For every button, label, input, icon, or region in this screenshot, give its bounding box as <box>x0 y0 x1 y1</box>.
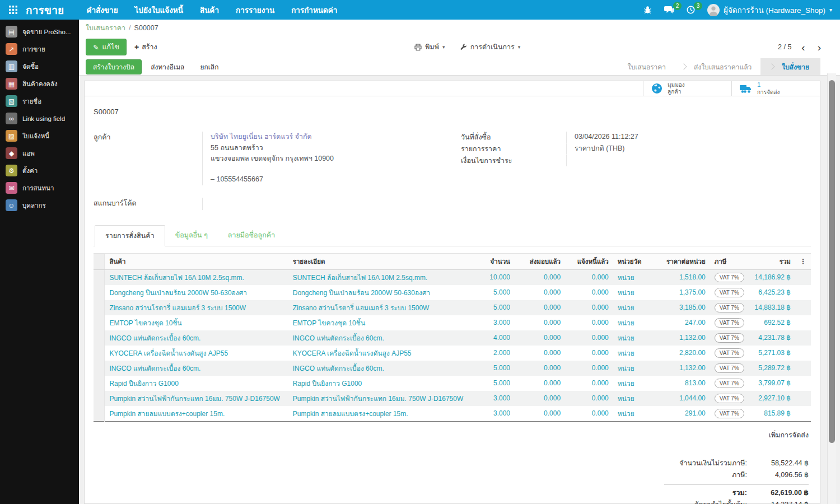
barcode-field: สแกนบาร์โค้ด <box>94 198 461 210</box>
kebab-icon: ⋮ <box>800 258 806 265</box>
customer-value: บริษัท ไทยยูเนี่ยน ฮาร์ดแวร์ จำกัด 55 ถน… <box>202 132 461 185</box>
delivery-stat-button[interactable]: 1 การจัดส่ง <box>731 81 820 96</box>
activities-clock-icon[interactable]: 3 <box>687 6 695 14</box>
unit-price-cell: 1,375.00 <box>651 285 710 300</box>
order-line-row[interactable]: Rapid ปืนยิงกาว G1000 Rapid ปืนยิงกาว G1… <box>94 376 811 391</box>
statusbar-action-button[interactable]: ส่งทางอีเมล <box>144 60 191 74</box>
sidebar-app-icon: ▥ <box>6 60 17 72</box>
sidebar-item[interactable]: ✉ การสนทนา <box>0 179 79 197</box>
apps-grid-icon[interactable] <box>0 6 26 14</box>
invoiced-cell: 0.000 <box>565 315 613 330</box>
description-cell: Pumpkin สว่านไฟฟ้ากันกระแทก 16มม. 750W J… <box>288 391 472 406</box>
tax-pill: VAT 7% <box>715 318 744 328</box>
notebook-tab[interactable]: ข้อมูลอื่น ๆ <box>165 225 218 246</box>
product-cell: Dongcheng ปืนเป่าลมร้อน 2000W 50-630องศา <box>105 285 288 300</box>
status-state[interactable]: ใบเสนอราคา <box>619 58 675 75</box>
order-line-row[interactable]: INGCO แท่นตัดกระเบื้อง 60cm. INGCO แท่นต… <box>94 361 811 376</box>
avatar <box>707 4 720 16</box>
order-line-row[interactable]: Dongcheng ปืนเป่าลมร้อน 2000W 50-630องศา… <box>94 285 811 300</box>
sidebar-item[interactable]: ▧ รายชื่อ <box>0 92 79 110</box>
notebook-tab[interactable]: ลายมือชื่อลูกค้า <box>218 225 285 246</box>
sidebar-item[interactable]: ☺ บุคลากร <box>0 197 79 214</box>
order-line-row[interactable]: EMTOP ไขควงชุด 10ชิ้น EMTOP ไขควงชุด 10ช… <box>94 315 811 330</box>
uom-cell: หน่วย <box>613 315 651 330</box>
margin-value: 14,237.14 ฿ <box>747 499 809 504</box>
order-line-row[interactable]: INGCO แท่นตัดกระเบื้อง 60cm. INGCO แท่นต… <box>94 330 811 346</box>
sidebar-app-icon: ▨ <box>6 130 17 142</box>
messages-count-badge: 2 <box>673 2 682 10</box>
menu-item[interactable]: ไปยังใบแจ้งหนี้ <box>135 4 183 16</box>
uom-cell: หน่วย <box>613 361 651 376</box>
menu-item[interactable]: คำสั่งขาย <box>86 4 118 16</box>
order-lines-header: สินค้า รายละเอียด จำนวน ส่งมอบแล้ว แจ้งห… <box>94 253 811 269</box>
app-title[interactable]: การขาย <box>26 2 64 18</box>
order-line-row[interactable]: Pumpkin สายลมแบบตรง+coupler 15m. Pumpkin… <box>94 406 811 422</box>
customer-phone: – 105554455667 <box>211 174 461 185</box>
drag-handle-cell <box>94 376 105 391</box>
customer-link[interactable]: บริษัท ไทยยูเนี่ยน ฮาร์ดแวร์ จำกัด <box>211 132 461 142</box>
main-area: ใบเสนอราคา / S00007 ✎ แก้ไข + สร้าง พิมพ… <box>79 20 840 504</box>
form-view-container: มุมมอง ลูกค้า 1 การจัดส่ง S00007 <box>79 76 840 504</box>
messages-icon[interactable]: 2 <box>664 6 674 14</box>
sidebar-item[interactable]: ⚙ ตั้งค่า <box>0 162 79 179</box>
pager-previous-button[interactable]: ‹ <box>799 42 807 53</box>
invoiced-cell: 0.000 <box>565 285 613 300</box>
qty-cell: 4.000 <box>472 330 515 346</box>
chevron-down-icon: ▾ <box>518 44 521 50</box>
actions-dropdown[interactable]: การดำเนินการ ▾ <box>460 41 521 53</box>
sidebar-item[interactable]: ↗ การขาย <box>0 40 79 58</box>
total-cell: 2,927.10 ฿ <box>749 391 795 406</box>
status-state[interactable]: ส่งใบเสนอราคาแล้ว <box>675 58 760 75</box>
tax-pill: VAT 7% <box>715 303 744 312</box>
column-header: สินค้า <box>105 253 288 269</box>
order-line-row[interactable]: Zinsano สว่านโรตารี่ แฮมเมอร์ 3 ระบบ 150… <box>94 300 811 315</box>
scrollbar-thumb[interactable] <box>829 80 835 443</box>
order-line-row[interactable]: Pumpkin สว่านไฟฟ้ากันกระแทก 16มม. 750W J… <box>94 391 811 406</box>
vertical-scrollbar[interactable] <box>827 73 836 504</box>
total-cell: 14,186.92 ฿ <box>749 269 795 285</box>
debug-bug-icon[interactable] <box>643 6 652 14</box>
invoiced-cell: 0.000 <box>565 361 613 376</box>
invoiced-cell: 0.000 <box>565 300 613 315</box>
unit-price-cell: 1,132.00 <box>651 330 710 346</box>
breadcrumb-parent-link[interactable]: ใบเสนอราคา <box>86 22 125 34</box>
sidebar-item[interactable]: ∞ Link using field <box>0 110 79 127</box>
order-line-row[interactable]: SUNTECH ล้อเก็บสายไฟ 16A 10M 2.5sq.mm. S… <box>94 269 811 285</box>
tax-pill: VAT 7% <box>715 394 744 403</box>
drag-handle-cell <box>94 406 105 422</box>
menu-item[interactable]: การรายงาน <box>236 4 274 16</box>
product-cell: KYOCERA เครื่องฉีดน้ำแรงดันสูง AJP55 <box>105 346 288 361</box>
menu-item[interactable]: สินค้า <box>200 4 219 16</box>
totals-value: 4,096.56 ฿ <box>747 469 809 481</box>
print-dropdown[interactable]: พิมพ์ ▾ <box>414 41 445 53</box>
barcode-input[interactable] <box>202 198 461 210</box>
add-shipping-button[interactable]: เพิ่มการจัดส่ง <box>769 430 809 441</box>
statusbar-action-button[interactable]: ยกเลิก <box>193 60 225 74</box>
customer-preview-stat-button[interactable]: มุมมอง ลูกค้า <box>643 81 731 96</box>
sidebar-item-label: Link using field <box>22 115 65 122</box>
sidebar-app-icon: ✉ <box>6 182 17 194</box>
optional-columns-button[interactable]: ⋮ <box>795 253 811 269</box>
sidebar-item[interactable]: ▦ สินค้าคงคลัง <box>0 75 79 92</box>
totals-label: จำนวนเงินไม่รวมภาษี: <box>679 458 747 469</box>
status-state[interactable]: ใบสั่งขาย <box>760 58 820 75</box>
edit-button[interactable]: ✎ แก้ไข <box>86 39 127 55</box>
statusbar-action-button[interactable]: สร้างใบวางบิล <box>86 59 142 74</box>
sidebar-item[interactable]: ◆ แอพ <box>0 144 79 162</box>
sidebar-item[interactable]: ▥ จัดซื้อ <box>0 58 79 75</box>
create-button[interactable]: + สร้าง <box>134 41 157 53</box>
info-field: เงื่อนไขการชำระ <box>461 155 811 166</box>
user-menu[interactable]: ผู้จัดการร้าน (Hardware_Shop) ▾ <box>707 4 832 16</box>
tax-cell: VAT 7% <box>710 330 749 346</box>
drag-handle-cell <box>94 300 105 315</box>
pager-next-button[interactable]: › <box>815 42 823 53</box>
sidebar-item[interactable]: ▤ จุดขาย ProSho... <box>0 23 79 40</box>
description-cell: Dongcheng ปืนเป่าลมร้อน 2000W 50-630องศา <box>288 285 472 300</box>
globe-icon <box>651 83 662 94</box>
notebook-tab[interactable]: รายการสั่งสินค้า <box>95 225 165 246</box>
order-line-row[interactable]: KYOCERA เครื่องฉีดน้ำแรงดันสูง AJP55 KYO… <box>94 346 811 361</box>
total-cell: 3,799.07 ฿ <box>749 376 795 391</box>
sidebar: ▤ จุดขาย ProSho... ↗ การขาย ▥ จัดซื้อ ▦ … <box>0 20 79 504</box>
menu-item[interactable]: การกำหนดค่า <box>291 4 337 16</box>
sidebar-item[interactable]: ▨ ใบแจ้งหนี้ <box>0 127 79 144</box>
